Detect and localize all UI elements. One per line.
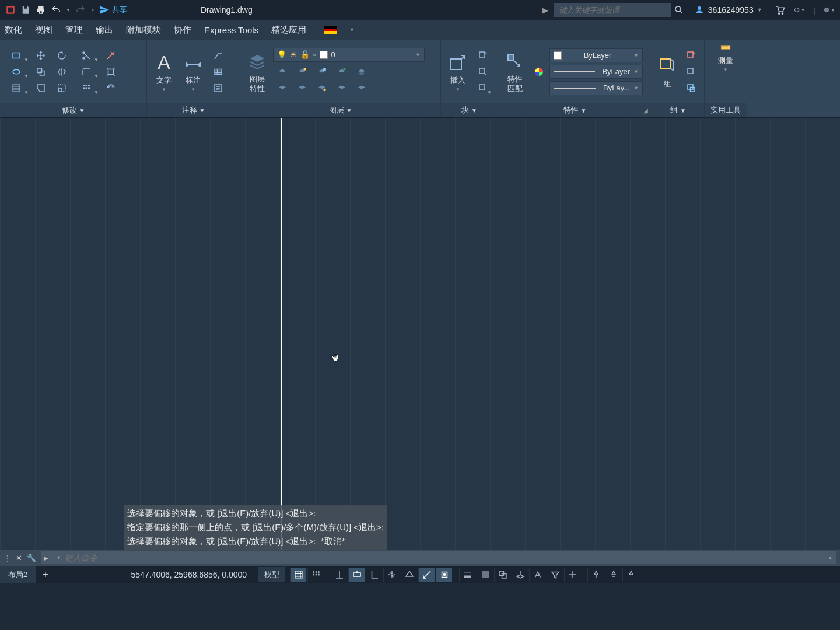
array-tool-icon[interactable]: ▼ (74, 80, 99, 96)
transparency-icon[interactable] (477, 568, 493, 582)
object-snap-icon[interactable] (436, 568, 452, 582)
annotation-scale-icon[interactable] (622, 568, 639, 582)
save-icon[interactable] (20, 4, 32, 16)
menu-view[interactable]: 视图 (35, 24, 52, 36)
lineweight-dropdown[interactable]: ByLayer▼ (550, 65, 643, 79)
menu-featured[interactable]: 精选应用 (271, 24, 306, 36)
dynamic-input-icon[interactable] (348, 568, 365, 582)
undo-icon[interactable] (50, 4, 62, 16)
print-icon[interactable] (35, 4, 47, 16)
layer-make-current-icon[interactable] (332, 64, 351, 79)
object-snap-tracking-icon[interactable] (418, 568, 435, 582)
color-dropdown[interactable]: ByLayer▼ (550, 48, 643, 62)
rectangle-tool-icon[interactable]: ▼ (4, 48, 29, 63)
offset-tool-icon[interactable] (102, 80, 120, 96)
erase-tool-icon[interactable] (102, 48, 120, 63)
layer-unlock-icon[interactable] (332, 80, 351, 96)
layer-thaw-icon[interactable] (313, 80, 331, 96)
3d-osnap-icon[interactable] (512, 568, 528, 582)
annotation-visibility-icon[interactable] (587, 568, 604, 582)
trim-tool-icon[interactable]: ▼ (74, 48, 99, 63)
ribbon-label-utilities[interactable]: 实用工具 (705, 103, 747, 117)
layer-lock-icon[interactable] (313, 64, 331, 79)
polar-tracking-icon[interactable] (383, 568, 400, 582)
customize-icon[interactable]: 🔧 (27, 554, 36, 562)
ribbon-label-layers[interactable]: 图层▼ (240, 103, 440, 117)
ribbon-label-block[interactable]: 块▼ (441, 103, 498, 117)
group-select-icon[interactable] (682, 80, 701, 96)
close-commandline-icon[interactable]: ✕ (16, 554, 22, 562)
ungroup-icon[interactable] (682, 48, 701, 63)
color-wheel-icon[interactable] (531, 66, 547, 77)
dynamic-ucs-icon[interactable] (529, 568, 545, 582)
keyword-search-input[interactable] (554, 3, 671, 17)
menu-express-tools[interactable]: Express Tools (204, 25, 258, 35)
menu-output[interactable]: 输出 (96, 24, 113, 36)
drawing-canvas[interactable]: 选择要偏移的对象，或 [退出(E)/放弃(U)] <退出>: 指定要偏移的那一侧… (0, 118, 840, 550)
help-icon[interactable]: ?▼ (824, 4, 835, 16)
layer-dropdown[interactable]: 💡 ☀ 🔓 ▫ 0 ▼ (273, 48, 425, 62)
command-recent-icon[interactable]: ▼ (56, 555, 61, 561)
cart-icon[interactable] (774, 4, 786, 16)
fillet-tool-icon[interactable]: ▼ (74, 64, 99, 79)
match-properties-button[interactable]: 特性 匹配 (502, 50, 528, 93)
command-input[interactable] (65, 553, 824, 562)
share-button[interactable]: 共享 (99, 5, 127, 15)
model-space-button[interactable]: 模型 (258, 567, 285, 582)
grid-display-icon[interactable] (290, 568, 306, 582)
gizmo-icon[interactable] (564, 568, 580, 582)
lineweight-display-icon[interactable] (459, 568, 475, 582)
group-edit-icon[interactable] (682, 64, 701, 79)
undo-dropdown-icon[interactable]: ▼ (65, 4, 71, 16)
selection-filter-icon[interactable] (547, 568, 563, 582)
autodesk-icon[interactable]: ▼ (794, 4, 806, 16)
edit-attributes-icon[interactable]: ▼ (474, 80, 492, 96)
annotation-tool-icon[interactable] (209, 80, 228, 96)
redo-icon[interactable] (75, 4, 86, 16)
layer-isolate-icon[interactable] (273, 80, 292, 96)
table-tool-icon[interactable] (209, 64, 228, 79)
app-menu-icon[interactable] (5, 4, 16, 16)
create-block-icon[interactable] (474, 48, 492, 63)
redo-dropdown-icon[interactable]: ▼ (90, 4, 96, 16)
stretch-tool-icon[interactable] (32, 80, 50, 96)
infer-constraints-icon[interactable] (331, 568, 347, 582)
user-account[interactable]: 3616249953 ▼ (694, 5, 762, 15)
language-flag-icon[interactable] (324, 26, 337, 34)
isometric-icon[interactable] (401, 568, 417, 582)
ellipse-tool-icon[interactable]: ▼ (4, 64, 29, 79)
snap-mode-icon[interactable] (307, 568, 324, 582)
add-layout-button[interactable]: + (36, 569, 55, 580)
dimension-tool[interactable]: 标注 ▼ (180, 51, 206, 92)
menu-parametric[interactable]: 数化 (5, 24, 22, 36)
command-input-wrap[interactable]: ▸_ ▼ ▲ (41, 551, 836, 564)
menu-collaborate[interactable]: 协作 (174, 24, 191, 36)
layer-freeze-icon[interactable] (293, 64, 312, 79)
layer-previous-icon[interactable] (352, 80, 371, 96)
ribbon-label-annotate[interactable]: 注释▼ (147, 103, 240, 117)
search-icon[interactable] (673, 4, 685, 16)
command-expand-icon[interactable]: ▲ (828, 555, 833, 561)
linetype-dropdown[interactable]: ByLay...▼ (550, 81, 643, 95)
layer-unisolate-icon[interactable] (293, 80, 312, 96)
play-icon[interactable]: ▶ (542, 6, 548, 15)
menu-manage[interactable]: 管理 (65, 24, 83, 36)
leader-tool-icon[interactable] (209, 48, 228, 63)
drag-handle-icon[interactable]: ⋮ (4, 554, 11, 562)
edit-block-icon[interactable] (474, 64, 492, 79)
scale-tool-icon[interactable] (52, 80, 71, 96)
measure-icon[interactable] (720, 42, 731, 54)
layout-tab[interactable]: 布局2 (0, 566, 36, 583)
hatch-tool-icon[interactable]: ▼ (4, 80, 29, 96)
ortho-mode-icon[interactable] (366, 568, 382, 582)
copy-tool-icon[interactable] (32, 64, 50, 79)
menu-addins[interactable]: 附加模块 (126, 24, 161, 36)
group-button[interactable]: 组 (656, 54, 680, 89)
selection-cycling-icon[interactable] (494, 568, 510, 582)
rotate-tool-icon[interactable] (52, 48, 71, 63)
move-tool-icon[interactable] (32, 48, 50, 63)
layer-match-icon[interactable] (352, 64, 371, 79)
mirror-tool-icon[interactable] (52, 64, 71, 79)
ribbon-label-modify[interactable]: 修改▼ (0, 103, 146, 117)
autoscale-icon[interactable] (605, 568, 621, 582)
